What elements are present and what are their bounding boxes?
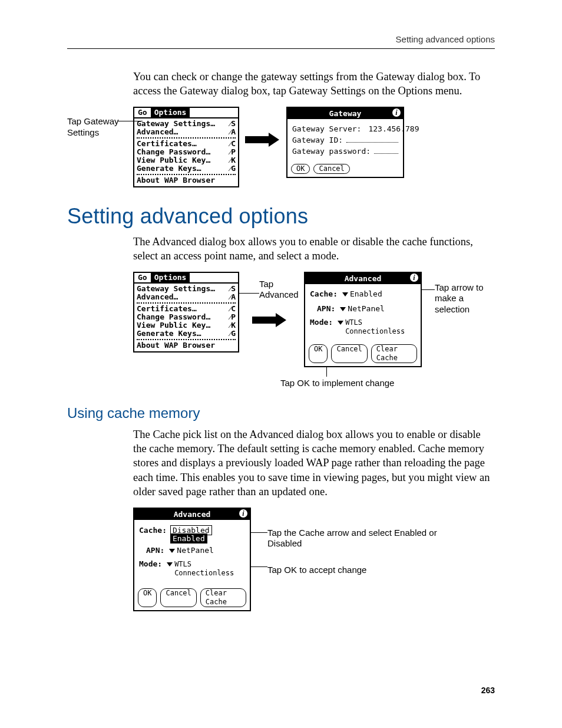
chevron-down-icon[interactable] — [342, 292, 348, 297]
cache-popup-option[interactable]: Enabled — [170, 533, 207, 543]
figure-cache: Advanced i Cache: Disabled Enabled APN: … — [133, 508, 495, 611]
figure-advanced: Go Options Gateway Settings…⁄S Advanced…… — [133, 272, 495, 367]
mode-value[interactable]: WTLS Connectionless — [174, 560, 245, 578]
cache-value[interactable]: Enabled — [350, 289, 382, 298]
menu-item[interactable]: View Public Key…⁄K — [137, 156, 236, 164]
menu-item[interactable]: Certificates…⁄C — [137, 305, 236, 313]
page-number: 263 — [481, 686, 495, 695]
callout-tap-advanced: Tap Advanced — [259, 279, 304, 301]
chevron-down-icon[interactable] — [169, 549, 175, 553]
cache-paragraph: The Cache pick list on the Advanced dial… — [133, 427, 495, 499]
callout-cache-select: Tap the Cache arrow and select Enabled o… — [267, 528, 444, 550]
ok-button[interactable]: OK — [291, 164, 310, 174]
gateway-dialog: Gateway i Gateway Server: 123.456.789 Ga… — [286, 107, 404, 178]
dialog-title: Gateway i — [287, 108, 403, 119]
menu-item[interactable]: Generate Keys…⁄G — [137, 330, 236, 338]
subsection-heading: Using cache memory — [67, 405, 495, 421]
menu-item[interactable]: Advanced…⁄A — [137, 128, 236, 136]
field-row: Gateway Server: 123.456.789 — [292, 124, 398, 133]
cancel-button[interactable]: Cancel — [160, 588, 196, 607]
info-icon[interactable]: i — [410, 274, 418, 282]
clear-cache-button[interactable]: Clear Cache — [371, 344, 417, 363]
menu-tab-options[interactable]: Options — [151, 108, 190, 117]
field-row: Gateway password: — [292, 146, 398, 156]
info-icon[interactable]: i — [392, 108, 401, 117]
chevron-down-icon[interactable] — [340, 307, 346, 311]
ok-button[interactable]: OK — [309, 344, 328, 363]
menu-item[interactable]: Generate Keys…⁄G — [137, 164, 236, 173]
menu-item[interactable]: View Public Key…⁄K — [137, 321, 236, 330]
callout-text: Tap Gateway Settings — [67, 116, 119, 137]
field-row: Gateway ID: — [292, 135, 398, 144]
ok-button[interactable]: OK — [138, 588, 157, 607]
menu-item[interactable]: Gateway Settings…⁄S — [137, 120, 236, 128]
menu-item[interactable]: Change Password…⁄P — [137, 313, 236, 321]
dialog-title: Advanced i — [134, 509, 250, 520]
caption-tap-ok: Tap OK to implement change — [280, 378, 394, 389]
dotted-input[interactable] — [374, 146, 398, 154]
options-menu-panel-2: Go Options Gateway Settings…⁄S Advanced…… — [133, 272, 239, 353]
arrow-icon — [245, 134, 280, 146]
chevron-down-icon[interactable] — [167, 562, 173, 566]
menu-tab-go[interactable]: Go — [134, 273, 151, 282]
figure-gateway: Tap Gateway Settings Go Options Gateway … — [67, 107, 495, 187]
intro-paragraph: You can check or change the gateway sett… — [133, 70, 495, 98]
mode-value[interactable]: WTLS Connectionless — [345, 318, 416, 336]
apn-value[interactable]: NetPanel — [348, 304, 385, 313]
dotted-input[interactable] — [346, 135, 398, 143]
running-head: Setting advanced options — [396, 34, 495, 44]
cancel-button[interactable]: Cancel — [313, 164, 349, 174]
callout-tap-gateway: Tap Gateway Settings — [67, 107, 133, 139]
menu-item[interactable]: Gateway Settings…⁄S — [137, 285, 236, 293]
section-heading: Setting advanced options — [67, 204, 495, 229]
menu-item[interactable]: About WAP Browser — [137, 341, 236, 350]
chevron-down-icon[interactable] — [338, 321, 343, 325]
menu-item[interactable]: About WAP Browser — [137, 176, 236, 185]
cancel-button[interactable]: Cancel — [331, 344, 367, 363]
clear-cache-button[interactable]: Clear Cache — [200, 588, 246, 607]
menu-bar: Go Options — [134, 108, 238, 117]
apn-value[interactable]: NetPanel — [177, 546, 214, 555]
dialog-title: Advanced i — [305, 273, 421, 284]
advanced-dialog: Advanced i Cache: Enabled APN: NetPanel … — [304, 272, 422, 367]
callout-ok-accept: Tap OK to accept change — [267, 565, 444, 576]
menu-separator — [137, 174, 236, 175]
menu-item[interactable]: Advanced…⁄A — [137, 293, 236, 301]
menu-item[interactable]: Certificates…⁄C — [137, 140, 236, 148]
menu-item[interactable]: Change Password…⁄P — [137, 148, 236, 156]
advanced-dialog-cache: Advanced i Cache: Disabled Enabled APN: … — [133, 508, 251, 611]
menu-tab-options[interactable]: Options — [151, 273, 190, 282]
options-menu-panel: Go Options Gateway Settings…⁄S Advanced…… — [133, 107, 239, 187]
info-icon[interactable]: i — [239, 509, 247, 518]
callout-tap-arrow: Tap arrow to make a selection — [435, 272, 487, 315]
section-intro: The Advanced dialog box allows you to en… — [133, 235, 495, 263]
arrow-icon — [252, 314, 287, 326]
cache-picklist[interactable]: Disabled Enabled — [170, 525, 212, 535]
menu-body: Gateway Settings…⁄S Advanced…⁄A Certific… — [134, 117, 238, 186]
menu-tab-go[interactable]: Go — [134, 108, 151, 117]
header-rule — [67, 48, 495, 49]
menu-separator — [137, 137, 236, 139]
